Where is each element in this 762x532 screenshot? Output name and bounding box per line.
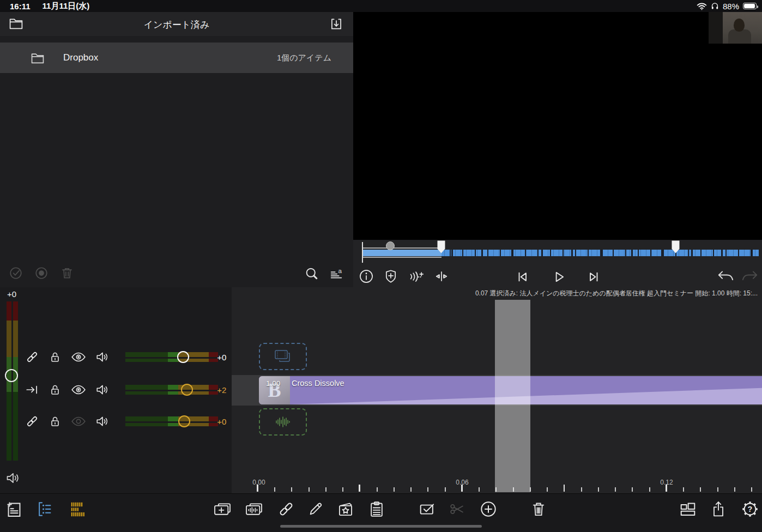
arrow-to-end-icon: [25, 383, 39, 397]
shield-add-button[interactable]: [383, 269, 398, 284]
library-title: インポート済み: [0, 19, 353, 31]
status-date: 11月11日(水): [43, 1, 90, 11]
track1-link-button[interactable]: [25, 350, 39, 364]
preview-toolbar: [353, 265, 762, 287]
bottom-toolbar: ?: [0, 493, 762, 532]
import-icon: [329, 17, 344, 31]
library-panel: インポート済み Dropbox 1個のアイテム: [0, 12, 353, 287]
mixer-track-row-2: +2: [25, 378, 232, 402]
split-clip-button[interactable]: [447, 499, 467, 519]
trim-split-button[interactable]: [433, 269, 450, 284]
import-button[interactable]: [329, 17, 344, 31]
settings-help-button[interactable]: ?: [740, 499, 760, 519]
undo-button[interactable]: [716, 269, 734, 284]
battery-icon: [743, 3, 757, 9]
add-clip-button[interactable]: [213, 499, 232, 519]
skip-back-icon: [515, 269, 531, 285]
eye-icon: [71, 350, 86, 364]
speaker-icon: [95, 383, 110, 397]
record-button[interactable]: [34, 266, 49, 280]
scrubber-knob[interactable]: [386, 241, 395, 250]
skip-forward-button[interactable]: [585, 269, 601, 285]
video-overlay-placeholder[interactable]: [259, 343, 307, 370]
marker-pin-out[interactable]: [672, 240, 680, 253]
undo-icon: [716, 269, 734, 284]
delete-clip-button[interactable]: [529, 499, 548, 519]
track3-link-button[interactable]: [25, 414, 39, 428]
select-clips-button[interactable]: [418, 499, 437, 519]
insert-plus-icon: [480, 500, 497, 518]
link-clips-icon: [278, 501, 294, 517]
library-trash-button[interactable]: [60, 266, 74, 280]
track2-lock-button[interactable]: [49, 383, 62, 396]
insert-button[interactable]: [479, 499, 498, 519]
marker-pin-in[interactable]: [437, 240, 445, 253]
play-button[interactable]: [551, 269, 567, 285]
audio-mixer-panel: +0: [0, 287, 232, 493]
track3-mute-button[interactable]: [95, 414, 110, 428]
track3-gain-value: +0: [217, 417, 232, 426]
track1-gain-knob[interactable]: [177, 351, 189, 363]
track1-gain-slider[interactable]: [125, 352, 208, 362]
track3-gain-slider[interactable]: [125, 416, 208, 427]
effects-button[interactable]: [336, 499, 355, 519]
home-indicator[interactable]: [280, 525, 482, 528]
track1-lock-button[interactable]: [49, 350, 62, 364]
track1-mute-button[interactable]: [95, 350, 110, 364]
search-button[interactable]: [304, 266, 319, 281]
track2-gain-value: +2: [217, 385, 232, 395]
trash-icon: [530, 500, 547, 518]
add-audio-clip-button[interactable]: [244, 499, 264, 519]
sort-button[interactable]: a: [329, 266, 344, 281]
settings-help-icon: ?: [741, 500, 759, 518]
track3-visibility-button[interactable]: [71, 414, 86, 428]
select-check-icon: [9, 266, 23, 280]
skip-back-button[interactable]: [515, 269, 531, 285]
search-icon: [304, 266, 319, 281]
scrubber-selected-range[interactable]: [363, 250, 442, 256]
track3-gain-knob[interactable]: [178, 415, 190, 427]
audio-mark-add-button[interactable]: [408, 269, 425, 284]
status-bar: 16:11 11月11日(水) 88%: [0, 0, 762, 12]
master-mute-button[interactable]: [5, 470, 21, 486]
scissors-icon: [449, 501, 466, 517]
track2-arrow-button[interactable]: [25, 383, 39, 397]
redo-icon: [742, 269, 759, 284]
clip-info-button[interactable]: [359, 269, 374, 284]
share-button[interactable]: [709, 499, 728, 519]
track3-lock-button[interactable]: [49, 415, 62, 428]
timeline-status-text: 0.07 選択済み: 法人メインの税理士のための配偶者居住権 超入門セミナー 開…: [475, 289, 758, 298]
track2-visibility-button[interactable]: [71, 383, 86, 397]
track2-gain-slider[interactable]: [125, 384, 208, 395]
audio-mixer-button[interactable]: [69, 499, 88, 519]
effects-star-icon: [337, 501, 354, 517]
redo-button[interactable]: [742, 269, 759, 284]
layout-button[interactable]: [678, 499, 698, 519]
edit-pencil-button[interactable]: [306, 499, 325, 519]
track1-visibility-button[interactable]: [71, 350, 86, 364]
svg-text:?: ?: [748, 505, 753, 513]
video-preview[interactable]: [353, 12, 762, 240]
track2-gain-knob[interactable]: [181, 384, 193, 396]
shield-add-icon: [383, 269, 398, 284]
add-source-button[interactable]: [4, 499, 24, 519]
master-level-meter: [7, 301, 18, 461]
link-clips-button[interactable]: [276, 499, 296, 519]
playhead-band[interactable]: [495, 300, 530, 492]
eye-off-dim-icon: [71, 414, 86, 428]
add-clip-icon: [213, 501, 232, 517]
track-headers-button[interactable]: [35, 499, 55, 519]
audio-track-placeholder[interactable]: [259, 408, 307, 436]
eye-icon: [71, 383, 86, 397]
timeline-panel[interactable]: 0.07 選択済み: 法人メインの税理士のための配偶者居住権 超入門セミナー 開…: [232, 287, 762, 493]
svg-text:a: a: [338, 267, 342, 274]
attributes-button[interactable]: [367, 499, 386, 519]
library-row-dropbox[interactable]: Dropbox 1個のアイテム: [0, 43, 353, 73]
skip-forward-icon: [585, 269, 601, 285]
track2-mute-button[interactable]: [95, 383, 110, 397]
range-bracket-top: [363, 247, 442, 249]
multiselect-button[interactable]: [9, 266, 23, 280]
master-gain-knob[interactable]: [5, 369, 18, 382]
record-icon: [34, 266, 49, 280]
audio-mark-add-icon: [408, 269, 425, 284]
